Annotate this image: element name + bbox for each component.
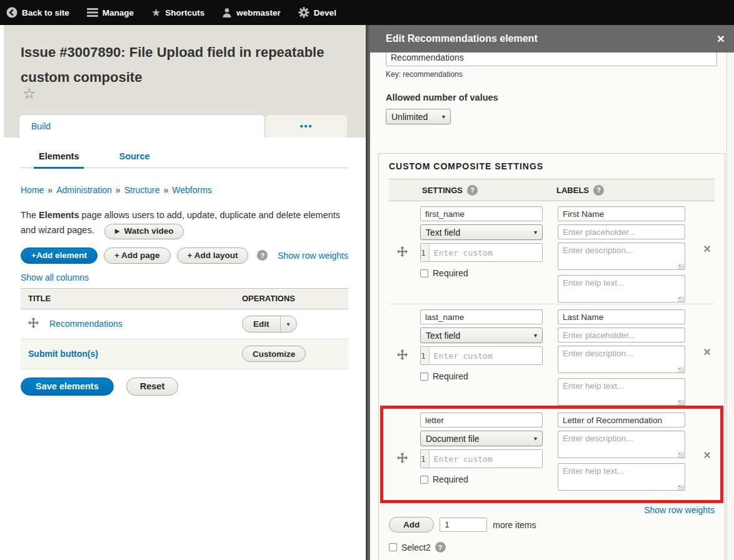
drag-handle[interactable] [397,452,408,465]
resize-handle[interactable] [678,368,684,373]
breadcrumb-webforms[interactable]: Webforms [172,185,212,195]
composite-custom-input-group: 1 [420,346,543,365]
composite-description-textarea[interactable] [558,431,685,458]
toolbar-item-label: webmaster [236,8,281,18]
column-header-title: TITLE [28,294,51,303]
required-checkbox[interactable] [420,269,428,278]
edit-dropdown-toggle[interactable]: ▾ [280,316,296,332]
favorite-star-icon[interactable]: ☆ [23,85,36,102]
drag-handle[interactable] [397,349,408,362]
toolbar-item-devel[interactable]: Devel [298,7,336,18]
edit-split-button: Edit ▾ [242,316,297,332]
custom-composite-fieldset: CUSTOM COMPOSITE SETTINGS SETTINGS? LABE… [378,153,725,560]
remove-icon[interactable]: × [703,346,711,358]
column-header-labels: LABELS [556,186,589,195]
customize-button[interactable]: Customize [242,346,306,362]
toolbar-item-manage[interactable]: Manage [87,8,134,18]
resize-handle[interactable] [678,485,684,491]
allowed-number-select[interactable]: Unlimited ▾ [386,109,451,124]
composite-help-textarea[interactable] [558,463,685,491]
required-label: Required [433,371,468,381]
composite-row-last-name: Text field▾ 1 Required × [389,304,715,408]
add-page-button[interactable]: + Add page [104,248,171,264]
required-checkbox-row: Required [420,268,543,278]
show-row-weights-link[interactable]: Show row weights [278,251,348,261]
add-count-input[interactable] [440,518,487,532]
element-key-text: Key: recommendations [386,70,717,79]
composite-help-textarea[interactable] [558,275,685,302]
watch-video-label: Watch video [124,224,173,238]
composite-title-input[interactable] [558,206,685,221]
back-icon [6,7,18,18]
breadcrumb-separator: » [163,185,168,195]
required-checkbox[interactable] [420,476,428,484]
star-icon: ★ [151,8,161,18]
add-element-button[interactable]: +Add element [21,248,98,264]
resize-handle[interactable] [678,452,684,458]
required-checkbox[interactable] [420,372,428,381]
toolbar-item-user[interactable]: webmaster [222,8,281,18]
composite-help-textarea[interactable] [558,378,685,406]
dialog-scrollbar[interactable] [726,52,734,560]
tab-build-label: Build [31,121,51,131]
question-icon[interactable]: ? [593,185,604,196]
resize-handle[interactable] [678,297,684,302]
question-icon[interactable]: ? [467,185,478,196]
add-button[interactable]: Add [389,517,434,532]
breadcrumb-home[interactable]: Home [21,185,44,195]
resize-handle[interactable] [678,400,684,406]
breadcrumb-structure[interactable]: Structure [124,185,160,195]
question-icon[interactable]: ? [257,250,268,261]
allowed-number-label: Allowed number of values [386,92,717,102]
show-row-weights-link[interactable]: Show row weights [644,505,715,515]
composite-type-select[interactable]: Text field▾ [420,328,543,343]
composite-row-first-name: Text field▾ 1 Required × [389,201,715,304]
reset-button[interactable]: Reset [126,378,179,396]
composite-type-select[interactable]: Text field▾ [420,224,543,240]
composite-description-textarea[interactable] [558,242,685,270]
breadcrumb-separator: » [48,185,53,195]
select2-label: Select2 [401,542,431,552]
tab-source[interactable]: Source [114,151,154,168]
tab-more[interactable]: ••• [265,114,348,138]
composite-custom-input[interactable] [430,347,543,364]
add-layout-button[interactable]: + Add layout [177,248,249,264]
composite-title-input[interactable] [558,309,685,324]
select2-checkbox[interactable] [389,543,397,551]
tab-elements[interactable]: Elements [34,151,84,169]
composite-custom-input[interactable] [430,244,543,261]
page-content: Elements Source Home»Administration»Stru… [0,138,366,560]
watch-video-button[interactable]: ▶Watch video [104,224,184,239]
close-icon[interactable]: × [717,32,725,45]
composite-name-input[interactable] [420,206,543,221]
element-link-recommendations[interactable]: Recommendations [49,319,123,329]
composite-name-input[interactable] [420,309,543,324]
composite-description-textarea[interactable] [558,346,685,373]
composite-type-select[interactable]: Document file▾ [420,431,543,446]
toolbar-item-shortcuts[interactable]: ★ Shortcuts [151,8,204,18]
drag-handle[interactable] [397,246,408,259]
toolbar-item-back-to-site[interactable]: Back to site [6,7,69,18]
submit-buttons-label: Submit button(s) [28,349,98,359]
element-title-input[interactable] [386,52,717,66]
drag-handle[interactable] [28,318,39,330]
column-header-operations: OPERATIONS [242,294,295,303]
remove-icon[interactable]: × [703,449,711,461]
tab-build[interactable]: Build [19,114,265,138]
remove-icon[interactable]: × [703,242,711,255]
composite-title-input[interactable] [558,412,685,428]
intro-bold: Elements [39,210,79,220]
breadcrumb-administration[interactable]: Administration [56,185,112,195]
resize-handle[interactable] [678,264,684,270]
composite-placeholder-input[interactable] [558,224,685,239]
save-elements-button[interactable]: Save elements [21,378,114,396]
chevron-down-icon: ▾ [534,332,537,339]
edit-button[interactable]: Edit [243,316,280,332]
menu-icon [87,8,98,17]
show-all-columns-link[interactable]: Show all columns [21,272,89,282]
question-icon[interactable]: ? [435,542,446,552]
composite-name-input[interactable] [420,412,543,428]
element-actions-row: +Add element + Add page + Add layout ? S… [21,248,348,264]
composite-custom-input[interactable] [430,450,543,468]
composite-placeholder-input[interactable] [558,328,685,342]
